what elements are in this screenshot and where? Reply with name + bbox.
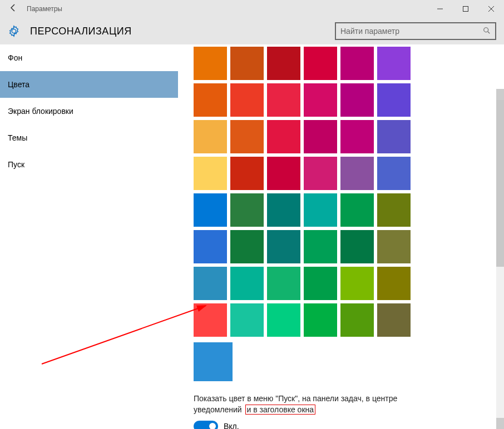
sidebar-item-background[interactable]: Фон: [0, 44, 178, 71]
color-swatch[interactable]: [304, 303, 337, 337]
color-swatch[interactable]: [230, 47, 264, 80]
color-swatch[interactable]: [230, 303, 264, 337]
color-swatch[interactable]: [304, 157, 337, 190]
color-swatch[interactable]: [377, 83, 411, 117]
color-swatch[interactable]: [377, 47, 411, 80]
scroll-down-arrow[interactable]: [496, 418, 504, 429]
content-pane: Показать цвет в меню "Пуск", на панели з…: [178, 44, 504, 429]
color-swatch[interactable]: [340, 83, 374, 117]
svg-line-3: [488, 31, 490, 33]
color-swatch[interactable]: [377, 120, 411, 153]
search-icon: [483, 27, 491, 36]
color-swatch[interactable]: [194, 303, 227, 337]
color-swatch[interactable]: [340, 47, 374, 80]
scroll-up-arrow[interactable]: [496, 89, 504, 100]
header: ПЕРСОНАЛИЗАЦИЯ Найти параметр: [0, 18, 504, 44]
color-swatch[interactable]: [304, 230, 337, 263]
color-swatch[interactable]: [230, 193, 264, 227]
selected-color: [194, 342, 504, 381]
color-swatch[interactable]: [377, 303, 411, 337]
scrollbar[interactable]: [496, 89, 504, 429]
color-grid: [194, 47, 504, 337]
color-swatch[interactable]: [267, 83, 300, 117]
color-swatch[interactable]: [230, 267, 264, 300]
maximize-button[interactable]: [453, 0, 478, 18]
color-swatch[interactable]: [230, 157, 264, 190]
sidebar: Фон Цвета Экран блокировки Темы Пуск: [0, 44, 178, 429]
gear-icon: [8, 25, 20, 37]
color-swatch[interactable]: [267, 193, 300, 227]
titlebar: Параметры: [0, 0, 504, 18]
color-swatch[interactable]: [230, 230, 264, 263]
color-swatch[interactable]: [267, 303, 300, 337]
selected-color-swatch[interactable]: [194, 342, 233, 381]
search-input[interactable]: Найти параметр: [335, 22, 496, 40]
color-swatch[interactable]: [194, 267, 227, 300]
option1-label: Показать цвет в меню "Пуск", на панели з…: [194, 393, 427, 415]
color-swatch[interactable]: [194, 230, 227, 263]
color-swatch[interactable]: [230, 120, 264, 153]
color-swatch[interactable]: [194, 120, 227, 153]
color-swatch[interactable]: [377, 157, 411, 190]
color-swatch[interactable]: [304, 83, 337, 117]
page-heading: ПЕРСОНАЛИЗАЦИЯ: [30, 26, 132, 37]
color-swatch[interactable]: [267, 47, 300, 80]
color-swatch[interactable]: [194, 83, 227, 117]
color-swatch[interactable]: [194, 157, 227, 190]
color-swatch[interactable]: [340, 303, 374, 337]
close-button[interactable]: [478, 0, 504, 18]
color-swatch[interactable]: [304, 120, 337, 153]
option1-toggle[interactable]: [194, 421, 218, 429]
color-swatch[interactable]: [340, 120, 374, 153]
back-button[interactable]: [0, 3, 27, 14]
color-swatch[interactable]: [304, 47, 337, 80]
svg-rect-1: [463, 7, 468, 12]
color-swatch[interactable]: [267, 230, 300, 263]
sidebar-item-start[interactable]: Пуск: [0, 151, 178, 178]
color-swatch[interactable]: [230, 83, 264, 117]
window-title: Параметры: [27, 5, 62, 13]
color-swatch[interactable]: [304, 267, 337, 300]
svg-point-2: [484, 27, 488, 32]
scroll-thumb[interactable]: [496, 100, 504, 267]
sidebar-item-themes[interactable]: Темы: [0, 124, 178, 151]
search-placeholder: Найти параметр: [340, 27, 483, 36]
color-swatch[interactable]: [304, 193, 337, 227]
color-swatch[interactable]: [340, 267, 374, 300]
minimize-button[interactable]: [427, 0, 453, 18]
color-swatch[interactable]: [340, 230, 374, 263]
color-swatch[interactable]: [194, 47, 227, 80]
color-swatch[interactable]: [340, 157, 374, 190]
color-swatch[interactable]: [267, 267, 300, 300]
option1-state: Вкл.: [224, 422, 239, 429]
color-swatch[interactable]: [340, 193, 374, 227]
color-swatch[interactable]: [377, 230, 411, 263]
color-swatch[interactable]: [377, 267, 411, 300]
highlight-box: и в заголовке окна: [245, 405, 315, 415]
color-swatch[interactable]: [267, 157, 300, 190]
color-swatch[interactable]: [377, 193, 411, 227]
color-swatch[interactable]: [267, 120, 300, 153]
sidebar-item-colors[interactable]: Цвета: [0, 71, 178, 98]
sidebar-item-lockscreen[interactable]: Экран блокировки: [0, 98, 178, 124]
color-swatch[interactable]: [194, 193, 227, 227]
